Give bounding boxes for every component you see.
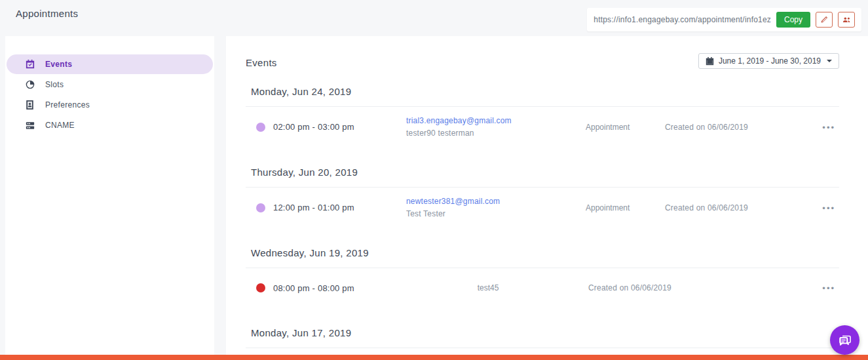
event-type: Appointment bbox=[570, 203, 665, 212]
main-panel: Events June 1, 2019 - June 30, 2019 Mond… bbox=[226, 36, 868, 360]
edit-button[interactable] bbox=[816, 12, 833, 28]
calendar-icon bbox=[706, 57, 714, 66]
event-menu-cell: ••• bbox=[802, 282, 839, 294]
chat-bubbles-icon bbox=[837, 332, 853, 348]
event-contact-cell: newtester381@gmail.comTest Tester bbox=[406, 197, 570, 218]
sidebar-item-preferences[interactable]: Preferences bbox=[7, 95, 213, 115]
sidebar-item-label: Events bbox=[45, 60, 72, 69]
date-range-filter[interactable]: June 1, 2019 - June 30, 2019 bbox=[698, 53, 839, 69]
group-date-header: Monday, Jun 24, 2019 bbox=[246, 81, 839, 107]
event-row: 02:00 pm - 03:00 pmtrial3.engagebay@gmai… bbox=[246, 107, 839, 144]
pencil-icon bbox=[820, 16, 828, 24]
chevron-down-icon bbox=[827, 60, 832, 62]
event-type: Appointment bbox=[570, 123, 665, 132]
content-layout: EventsSlotsPreferencesCNAME Events June … bbox=[0, 36, 868, 360]
sidebar-item-label: CNAME bbox=[45, 121, 75, 130]
event-time-cell: 08:00 pm - 08:00 pm bbox=[246, 283, 406, 293]
event-time-range: 12:00 pm - 01:00 pm bbox=[273, 203, 354, 212]
row-actions-menu-icon[interactable]: ••• bbox=[822, 203, 835, 213]
event-color-dot bbox=[256, 203, 265, 212]
group-date-header: Thursday, Jun 20, 2019 bbox=[246, 161, 839, 188]
contact-name: tester90 testerman bbox=[406, 129, 570, 138]
id-badge-icon bbox=[25, 100, 35, 110]
contact-name: Test Tester bbox=[406, 209, 570, 218]
sidebar-item-events[interactable]: Events bbox=[7, 54, 213, 74]
event-group: Wednesday, Jun 19, 201908:00 pm - 08:00 … bbox=[246, 242, 839, 305]
event-time-range: 02:00 pm - 03:00 pm bbox=[273, 122, 354, 132]
copy-url-button[interactable]: Copy bbox=[776, 12, 810, 28]
time-slot-icon bbox=[25, 80, 35, 90]
share-url-text: https://info1.engagebay.com/appointment/… bbox=[594, 15, 771, 24]
event-created: Created on 06/06/2019 bbox=[665, 123, 802, 132]
event-time-cell: 12:00 pm - 01:00 pm bbox=[246, 203, 406, 212]
event-time-range: 08:00 pm - 08:00 pm bbox=[273, 283, 354, 293]
event-menu-cell: ••• bbox=[802, 202, 839, 214]
sidebar: EventsSlotsPreferencesCNAME bbox=[5, 36, 214, 360]
events-heading: Events bbox=[246, 53, 277, 68]
contact-email-link[interactable]: trial3.engagebay@gmail.com bbox=[406, 116, 570, 125]
event-color-dot bbox=[256, 123, 265, 132]
event-menu-cell: ••• bbox=[802, 121, 839, 133]
server-icon bbox=[25, 121, 35, 130]
sidebar-item-label: Preferences bbox=[45, 100, 90, 110]
contact-email-link[interactable]: newtester381@gmail.com bbox=[406, 197, 570, 206]
row-actions-menu-icon[interactable]: ••• bbox=[822, 283, 835, 293]
top-bar: Appointments https://info1.engagebay.com… bbox=[0, 0, 868, 36]
calendar-check-icon bbox=[25, 60, 35, 70]
sidebar-item-cname[interactable]: CNAME bbox=[7, 115, 213, 135]
main-header: Events June 1, 2019 - June 30, 2019 bbox=[246, 53, 839, 69]
sidebar-nav: EventsSlotsPreferencesCNAME bbox=[5, 54, 214, 135]
sidebar-item-slots[interactable]: Slots bbox=[7, 75, 213, 94]
page-title: Appointments bbox=[16, 8, 78, 19]
event-row: 12:00 pm - 01:00 pmnewtester381@gmail.co… bbox=[246, 188, 839, 225]
event-created: Created on 06/06/2019 bbox=[665, 203, 802, 212]
event-contact-cell: trial3.engagebay@gmail.comtester90 teste… bbox=[406, 116, 570, 138]
event-time-cell: 02:00 pm - 03:00 pm bbox=[246, 122, 406, 132]
event-group: Monday, Jun 24, 201902:00 pm - 03:00 pmt… bbox=[246, 81, 839, 144]
bottom-accent-bar bbox=[0, 355, 868, 360]
users-icon bbox=[842, 16, 851, 24]
group-date-header: Monday, Jun 17, 2019 bbox=[246, 322, 839, 348]
chat-widget-button[interactable] bbox=[830, 325, 859, 355]
share-url-box: https://info1.engagebay.com/appointment/… bbox=[587, 8, 861, 31]
event-row: 08:00 pm - 08:00 pmtest45Created on 06/0… bbox=[246, 268, 839, 305]
event-title: test45 bbox=[406, 283, 570, 292]
row-actions-menu-icon[interactable]: ••• bbox=[822, 123, 835, 132]
group-date-header: Wednesday, Jun 19, 2019 bbox=[246, 242, 839, 268]
event-group: Thursday, Jun 20, 201912:00 pm - 01:00 p… bbox=[246, 161, 839, 225]
users-button[interactable] bbox=[838, 12, 855, 28]
sidebar-item-label: Slots bbox=[45, 80, 64, 89]
event-created: Created on 06/06/2019 bbox=[570, 283, 802, 292]
events-list: Monday, Jun 24, 201902:00 pm - 03:00 pmt… bbox=[246, 81, 839, 360]
date-range-label: June 1, 2019 - June 30, 2019 bbox=[719, 56, 821, 66]
event-color-dot bbox=[256, 283, 265, 292]
